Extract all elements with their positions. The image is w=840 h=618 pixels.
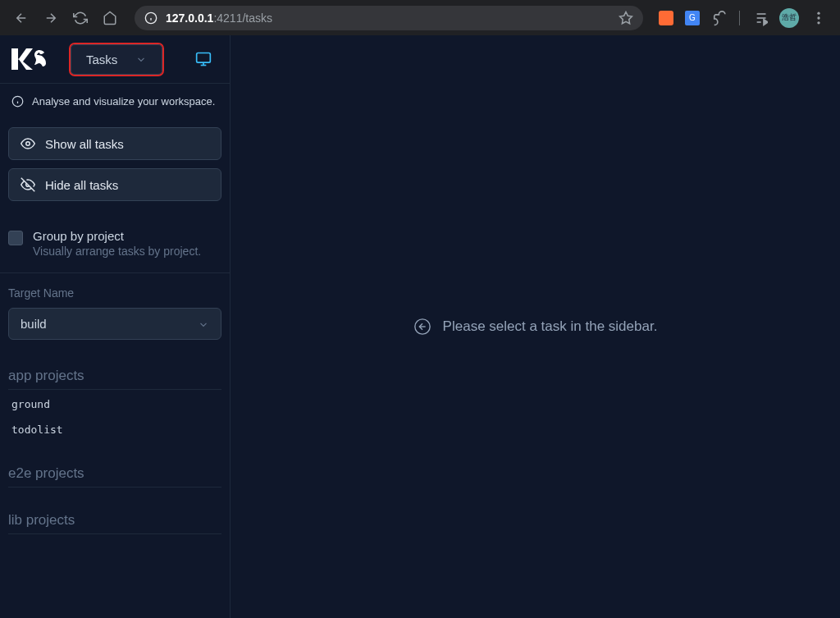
- translate-extension-icon[interactable]: G: [685, 11, 700, 25]
- group-checkbox[interactable]: [8, 231, 23, 245]
- project-item-todolist[interactable]: todolist: [8, 415, 221, 441]
- project-item-ground[interactable]: ground: [8, 390, 221, 415]
- svg-point-17: [26, 142, 30, 146]
- group-by-project-section: Group by project Visually arrange tasks …: [0, 214, 230, 273]
- svg-marker-7: [764, 19, 768, 25]
- hide-all-label: Hide all tasks: [45, 178, 118, 192]
- group-label: Group by project: [33, 229, 201, 243]
- group-sublabel: Visually arrange tasks by project.: [33, 245, 201, 258]
- profile-avatar[interactable]: 浩哲: [779, 8, 799, 28]
- empty-state: Please select a task in the sidebar.: [413, 318, 658, 336]
- eye-off-icon: [21, 177, 35, 192]
- show-all-tasks-button[interactable]: Show all tasks: [8, 127, 221, 160]
- home-button[interactable]: [98, 7, 121, 30]
- back-button[interactable]: [10, 7, 33, 30]
- info-text: Analyse and visualize your workspace.: [32, 95, 215, 108]
- nx-logo: [11, 48, 46, 70]
- toolbar-divider: [739, 11, 740, 25]
- media-control-icon[interactable]: [751, 10, 768, 26]
- svg-marker-3: [620, 11, 632, 23]
- target-value: build: [21, 317, 47, 331]
- app-projects-section: app projects ground todolist: [0, 348, 230, 446]
- main-content: Please select a task in the sidebar.: [231, 35, 840, 618]
- monitor-icon[interactable]: [195, 51, 212, 67]
- extensions-puzzle-icon[interactable]: [711, 10, 728, 26]
- svg-point-10: [817, 21, 819, 24]
- svg-rect-11: [197, 53, 211, 63]
- empty-state-text: Please select a task in the sidebar.: [443, 318, 658, 335]
- extension-icons: G 浩哲: [659, 8, 830, 28]
- svg-point-9: [817, 16, 819, 19]
- browser-toolbar: 127.0.0.1:4211/tasks G 浩哲: [0, 0, 840, 35]
- svg-point-8: [817, 11, 819, 14]
- address-bar[interactable]: 127.0.0.1:4211/tasks: [135, 6, 643, 30]
- target-section: Target Name build: [0, 273, 230, 348]
- extension-icon-1[interactable]: [659, 11, 673, 25]
- forward-button[interactable]: [39, 7, 62, 30]
- e2e-projects-header: e2e projects: [8, 465, 221, 488]
- bookmark-star-icon[interactable]: [619, 11, 633, 25]
- url-text: 127.0.0.1:4211/tasks: [166, 11, 619, 25]
- sidebar-header: Tasks: [0, 35, 230, 84]
- lib-projects-section: lib projects: [0, 492, 230, 539]
- reload-button[interactable]: [69, 7, 92, 30]
- target-name-label: Target Name: [8, 286, 221, 300]
- view-selector-label: Tasks: [86, 53, 117, 66]
- app-projects-header: app projects: [8, 368, 221, 390]
- view-selector-dropdown[interactable]: Tasks: [71, 44, 162, 75]
- action-buttons: Show all tasks Hide all tasks: [0, 119, 230, 214]
- info-bar: Analyse and visualize your workspace.: [0, 84, 230, 119]
- chevron-down-icon: [198, 318, 209, 330]
- sidebar: Tasks Analyse and visualize your workspa…: [0, 35, 231, 618]
- chevron-down-icon: [135, 53, 147, 65]
- browser-menu-icon[interactable]: [810, 10, 827, 26]
- info-icon: [11, 95, 24, 108]
- e2e-projects-section: e2e projects: [0, 446, 230, 492]
- lib-projects-header: lib projects: [8, 512, 221, 534]
- show-all-label: Show all tasks: [45, 137, 124, 151]
- hide-all-tasks-button[interactable]: Hide all tasks: [8, 168, 221, 201]
- eye-icon: [21, 136, 35, 151]
- arrow-left-circle-icon: [413, 318, 431, 336]
- target-select[interactable]: build: [8, 308, 221, 340]
- site-info-icon[interactable]: [144, 11, 158, 25]
